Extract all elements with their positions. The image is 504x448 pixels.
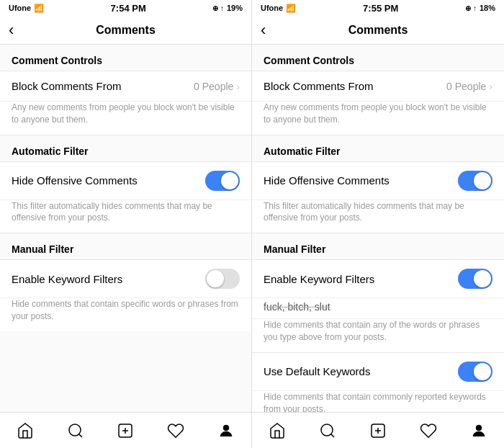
- section-comment-controls-left: Comment Controls: [0, 45, 251, 71]
- svg-point-5: [223, 425, 229, 431]
- battery-right: 18%: [480, 4, 495, 12]
- hide-offensive-row-right: Hide Offensive Comments: [252, 162, 504, 200]
- use-default-keywords-desc-right: Hide comments that contain commonly repo…: [252, 391, 504, 412]
- hide-offensive-label-right: Hide Offensive Comments: [264, 174, 390, 187]
- enable-keywords-desc-right: Hide comments that contain any of the wo…: [252, 319, 504, 353]
- tab-bar-right: [252, 412, 504, 448]
- svg-point-6: [321, 424, 333, 436]
- use-default-keywords-toggle-right[interactable]: [458, 362, 492, 382]
- status-bar-left: Ufone 📶 7:54 PM ⊕ ↑ 19%: [0, 0, 251, 16]
- nav-title-right: Comments: [348, 24, 408, 37]
- nav-bar-left: ‹ Comments: [0, 16, 251, 45]
- battery-left: 19%: [227, 4, 243, 12]
- svg-line-1: [78, 434, 81, 436]
- hide-offensive-label-left: Hide Offensive Comments: [12, 174, 138, 187]
- block-comments-row-right[interactable]: Block Comments From 0 People ›: [252, 71, 504, 102]
- back-button-left[interactable]: ‹: [9, 21, 14, 40]
- enable-keywords-desc-left: Hide comments that contain specific word…: [0, 298, 251, 331]
- content-left: Comment Controls Block Comments From 0 P…: [0, 45, 251, 412]
- block-comments-row-left[interactable]: Block Comments From 0 People ›: [0, 71, 251, 102]
- tab-add-right[interactable]: [364, 416, 392, 445]
- tab-search-left[interactable]: [61, 416, 90, 445]
- svg-line-7: [331, 434, 334, 436]
- use-default-keywords-label-right: Use Default Keywords: [264, 365, 370, 377]
- block-comments-desc-right: Any new comments from people you block w…: [252, 102, 504, 135]
- nav-title-left: Comments: [96, 24, 156, 37]
- carrier-left: Ufone: [9, 4, 31, 12]
- hide-offensive-desc-right: This filter automatically hides comments…: [252, 200, 504, 234]
- enable-keywords-label-right: Enable Keyword Filters: [264, 273, 374, 285]
- chevron-block-right: ›: [489, 81, 492, 92]
- status-bar-right: Ufone 📶 7:55 PM ⊕ ↑ 18%: [252, 0, 504, 16]
- time-left: 7:54 PM: [111, 3, 146, 14]
- tab-profile-right[interactable]: [464, 416, 493, 445]
- tab-home-right[interactable]: [263, 416, 292, 445]
- panel-right: Ufone 📶 7:55 PM ⊕ ↑ 18% ‹ Comments Comme…: [252, 0, 504, 448]
- wifi-icon-right: 📶: [286, 4, 296, 13]
- svg-point-11: [476, 425, 482, 431]
- carrier-right: Ufone: [261, 4, 283, 12]
- section-comment-controls-right: Comment Controls: [252, 45, 504, 71]
- section-manual-filter-left: Manual Filter: [0, 233, 251, 260]
- tab-search-right[interactable]: [313, 416, 342, 445]
- tab-bar-left: [0, 412, 251, 448]
- nav-bar-right: ‹ Comments: [252, 16, 504, 45]
- use-default-keywords-row-right: Use Default Keywords: [252, 353, 504, 391]
- wifi-icon: 📶: [34, 4, 44, 13]
- panel-left: Ufone 📶 7:54 PM ⊕ ↑ 19% ‹ Comments Comme…: [0, 0, 252, 448]
- location-icon: ⊕ ↑: [212, 4, 224, 12]
- hide-offensive-toggle-right[interactable]: [458, 171, 492, 191]
- enable-keywords-toggle-left[interactable]: [205, 269, 240, 289]
- keywords-text-right: fuck, bitch, slut: [252, 298, 504, 319]
- hide-offensive-desc-left: This filter automatically hides comments…: [0, 200, 251, 234]
- tab-heart-left[interactable]: [161, 416, 190, 445]
- enable-keywords-row-right: Enable Keyword Filters: [252, 260, 504, 298]
- chevron-block-left: ›: [236, 81, 240, 92]
- tab-heart-right[interactable]: [414, 416, 443, 445]
- section-auto-filter-right: Automatic Filter: [252, 135, 504, 162]
- block-comments-value-left: 0 People: [194, 81, 233, 92]
- content-right: Comment Controls Block Comments From 0 P…: [252, 45, 504, 412]
- back-button-right[interactable]: ‹: [261, 21, 266, 40]
- section-manual-filter-right: Manual Filter: [252, 233, 504, 260]
- enable-keywords-label-left: Enable Keyword Filters: [12, 273, 122, 285]
- location-icon-right: ⊕ ↑: [465, 4, 477, 12]
- svg-point-0: [69, 424, 81, 436]
- block-comments-label-right: Block Comments From: [264, 80, 374, 92]
- hide-offensive-toggle-left[interactable]: [205, 171, 240, 191]
- block-comments-desc-left: Any new comments from people you block w…: [0, 102, 251, 135]
- tab-add-left[interactable]: [111, 416, 140, 445]
- enable-keywords-row-left: Enable Keyword Filters: [0, 260, 251, 298]
- hide-offensive-row-left: Hide Offensive Comments: [0, 162, 251, 200]
- block-comments-value-right: 0 People: [446, 81, 486, 92]
- section-auto-filter-left: Automatic Filter: [0, 135, 251, 162]
- tab-profile-left[interactable]: [212, 416, 240, 445]
- time-right: 7:55 PM: [363, 3, 398, 14]
- enable-keywords-toggle-right[interactable]: [458, 269, 492, 289]
- block-comments-label-left: Block Comments From: [12, 80, 122, 92]
- tab-home-left[interactable]: [11, 416, 40, 445]
